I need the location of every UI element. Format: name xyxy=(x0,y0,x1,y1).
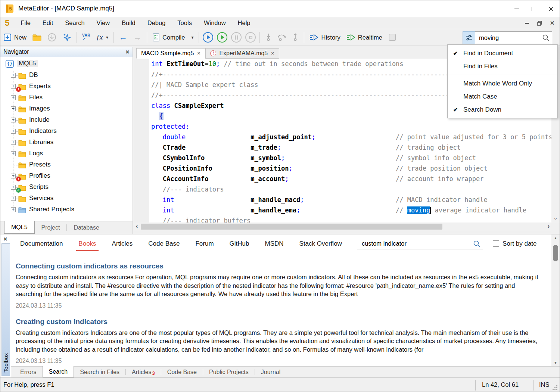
toolbox-search-input[interactable] xyxy=(361,240,473,248)
expand-icon[interactable]: + xyxy=(11,95,16,100)
tab-close-icon[interactable]: ✕ xyxy=(197,51,200,56)
bottom-tab-articles[interactable]: Articles3 xyxy=(126,367,161,377)
expand-icon[interactable]: + xyxy=(11,151,16,156)
scroll-right-icon[interactable]: › xyxy=(548,223,550,230)
scroll-up-icon[interactable]: ▲ xyxy=(551,236,560,240)
toolbox-tab-code-base[interactable]: Code Base xyxy=(147,236,180,251)
tree-item-presets[interactable]: Presets xyxy=(0,159,133,171)
toolbox-tab-msdn[interactable]: MSDN xyxy=(264,236,284,251)
menu-item-search-down[interactable]: ✔Search Down xyxy=(448,103,557,116)
expand-icon[interactable]: + xyxy=(11,129,16,134)
bottom-tab-public-projects[interactable]: Public Projects xyxy=(203,367,255,377)
expand-icon[interactable]: + xyxy=(11,140,16,145)
expand-icon[interactable]: + xyxy=(11,73,16,78)
navigator-tab-mql5[interactable]: MQL5 xyxy=(4,221,35,234)
menu-item-find-in-files[interactable]: Find in Files xyxy=(448,60,557,73)
search-icon[interactable] xyxy=(473,240,480,248)
history-button[interactable]: History xyxy=(307,31,343,44)
open-button[interactable] xyxy=(29,31,44,44)
bottom-tab-search[interactable]: Search xyxy=(43,366,74,377)
code-line[interactable]: 42 int m_handle_ema; // moving average i… xyxy=(134,205,551,215)
menu-view[interactable]: View xyxy=(91,19,116,27)
toolbox-tab-books[interactable]: Books xyxy=(78,236,97,251)
search-icon[interactable] xyxy=(542,34,550,41)
bottom-tab-journal[interactable]: Journal xyxy=(255,367,286,377)
tree-item-indicators[interactable]: +Indicators xyxy=(0,126,133,137)
navigator-close-icon[interactable]: ✕ xyxy=(125,49,130,55)
menu-help[interactable]: Help xyxy=(232,19,256,27)
tree-item-images[interactable]: +Images xyxy=(0,103,133,115)
bottom-tab-search-in-files[interactable]: Search in Files xyxy=(74,367,125,377)
compile-dropdown-icon[interactable]: ▾ xyxy=(191,35,193,40)
document-close-button[interactable]: ✕ xyxy=(547,19,557,28)
step-over-button[interactable] xyxy=(277,33,287,41)
restart-debug-button[interactable] xyxy=(203,32,213,43)
menu-debug[interactable]: Debug xyxy=(141,19,172,27)
step-into-button[interactable] xyxy=(265,33,272,41)
editor-tab-macd-sample-mq5[interactable]: MACD Sample.mq5✕ xyxy=(136,48,205,59)
menu-file[interactable]: File xyxy=(15,19,37,27)
bottom-tab-errors[interactable]: Errors xyxy=(14,367,43,377)
code-line[interactable]: 35 double m_adjusted_point; // point val… xyxy=(134,132,551,142)
watch-variable-button[interactable]: VAR↗ xyxy=(79,31,93,44)
maximize-button[interactable] xyxy=(525,0,542,17)
expand-icon[interactable]: + xyxy=(11,196,16,201)
document-minimize-button[interactable] xyxy=(522,19,532,28)
menu-window[interactable]: Window xyxy=(198,19,232,27)
scroll-down-icon[interactable]: ▼ xyxy=(551,361,560,365)
toolbox-tab-github[interactable]: GitHub xyxy=(229,236,250,251)
navigator-tab-project[interactable]: Project xyxy=(35,221,67,234)
expand-icon[interactable]: + xyxy=(11,207,16,212)
menu-search[interactable]: Search xyxy=(59,19,90,27)
tree-item-libraries[interactable]: +Libraries xyxy=(0,137,133,148)
start-debug-button[interactable] xyxy=(217,32,227,43)
menu-item-find-in-document[interactable]: ✔Find in Document xyxy=(448,47,557,60)
stop-debug-button[interactable] xyxy=(245,32,256,43)
code-line[interactable]: 39 CAccountInfo m_account; // account in… xyxy=(134,174,551,184)
editor-horizontal-scrollbar[interactable]: ‹ › xyxy=(134,223,551,231)
realtime-button[interactable]: Realtime xyxy=(343,31,385,44)
tree-item-logs[interactable]: +Logs xyxy=(0,148,133,159)
step-out-button[interactable] xyxy=(292,33,299,41)
expand-icon[interactable]: + xyxy=(11,84,16,89)
resize-grip[interactable] xyxy=(556,385,557,386)
toolbox-close-icon[interactable]: ✕ xyxy=(3,236,7,242)
toolbox-tab-forum[interactable]: Forum xyxy=(195,236,214,251)
compile-button[interactable]: Compile ▾ xyxy=(149,31,197,44)
scroll-down-icon[interactable]: ⌄ xyxy=(551,214,560,221)
expand-icon[interactable]: + xyxy=(11,174,16,178)
search-options-button[interactable] xyxy=(463,31,475,44)
code-line[interactable]: 41 int m_handle_macd; // MACD indicator … xyxy=(134,195,551,205)
download-button[interactable] xyxy=(44,31,59,44)
tree-item-db[interactable]: +DB xyxy=(0,70,133,81)
toolbox-scrollbar[interactable]: ▲ ▼ xyxy=(551,234,560,366)
scroll-left-icon[interactable]: ‹ xyxy=(136,223,138,230)
tab-close-icon[interactable]: ✕ xyxy=(271,51,274,56)
insert-function-button[interactable]: ƒx ▾ xyxy=(93,31,111,44)
navigator-tab-database[interactable]: Database xyxy=(67,221,106,234)
code-line[interactable]: 34protected: xyxy=(134,121,551,132)
scrollbar-thumb[interactable] xyxy=(141,224,442,230)
menu-item-match-case[interactable]: Match Case xyxy=(448,90,557,103)
search-result-item[interactable]: Connecting custom indicators as resource… xyxy=(16,262,540,309)
navigate-back-button[interactable]: ← xyxy=(116,31,130,44)
ai-assistant-button[interactable] xyxy=(59,31,74,44)
editor-tab-expertmama-mq5[interactable]: !ExpertMAMA.mq5✕ xyxy=(205,48,279,59)
code-line[interactable]: 36 CTrade m_trade; // trading object xyxy=(134,142,551,153)
code-line[interactable]: 38 CPositionInfo m_position; // trade po… xyxy=(134,163,551,174)
result-title[interactable]: Connecting custom indicators as resource… xyxy=(16,262,540,270)
result-title[interactable]: Creating custom indicators xyxy=(16,318,540,326)
new-button[interactable]: New xyxy=(0,31,29,44)
tree-item-experts[interactable]: +!Experts xyxy=(0,81,133,92)
tree-item-mql5[interactable]: { } MQL5 xyxy=(0,59,133,70)
expand-icon[interactable]: + xyxy=(11,185,16,190)
tree-item-files[interactable]: +Files xyxy=(0,92,133,103)
menu-tools[interactable]: Tools xyxy=(171,19,198,27)
tree-item-profiles[interactable]: +!Profiles xyxy=(0,171,133,182)
code-line[interactable]: 43 //--- indicator buffers xyxy=(134,215,551,223)
code-line[interactable]: 40 //--- indicators xyxy=(134,184,551,195)
tree-item-shared-projects[interactable]: +Shared Projects xyxy=(0,204,133,215)
bottom-tab-code-base[interactable]: Code Base xyxy=(161,367,203,377)
document-restore-button[interactable] xyxy=(534,19,545,28)
scrollbar-thumb[interactable] xyxy=(553,245,558,261)
